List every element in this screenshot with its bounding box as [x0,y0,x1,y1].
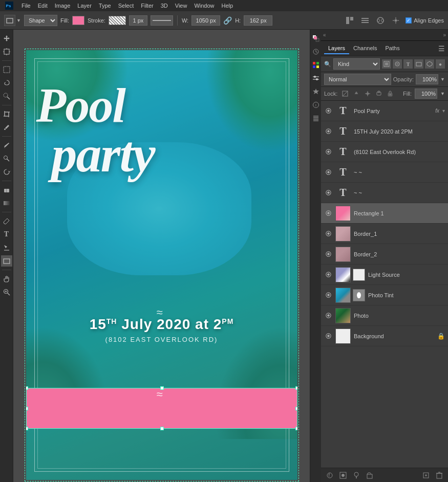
layer-item-photo[interactable]: Photo [321,305,448,326]
layer-item-border2[interactable]: Border_2 [321,244,448,265]
quick-selection-tool[interactable] [1,91,12,102]
layer-item-rectangle1[interactable]: Rectangle 1 [321,203,448,224]
canvas-area[interactable]: Pool party ≈ 15TH July 2020 at 2PM (8102… [13,30,310,482]
new-layer-button[interactable] [421,471,431,480]
layer-fx-arrow-pool-party[interactable]: ▾ [442,108,445,114]
gradient-tool[interactable] [1,198,12,209]
lock-transparent-icon[interactable] [340,89,350,98]
layer-visibility-tilde2[interactable] [324,189,332,197]
height-input[interactable] [244,15,272,26]
layer-visibility-light-source[interactable] [324,271,332,279]
move-tool[interactable] [1,33,12,44]
settings-gear-icon[interactable] [390,15,401,26]
stroke-style-dropdown[interactable] [151,15,173,26]
filter-text-icon[interactable]: T [403,59,413,69]
opacity-input[interactable] [416,74,438,84]
history-tool[interactable] [1,166,12,178]
add-layer-style-button[interactable]: f [325,471,334,480]
expand-right-icon[interactable]: » [443,32,446,38]
clone-tool[interactable] [1,153,12,164]
lock-all-icon[interactable] [386,89,395,98]
zoom-tool[interactable] [1,287,12,298]
menu-filter[interactable]: Filter [138,2,156,10]
swatches-icon[interactable] [311,60,321,70]
lock-pixels-icon[interactable] [352,89,361,98]
tab-layers[interactable]: Layers [324,43,349,54]
menu-help[interactable]: Help [219,2,237,10]
align-edges-checkbox[interactable] [406,17,412,24]
adjustments-icon[interactable] [311,74,321,83]
info-icon[interactable]: i [311,100,321,109]
fill-color-swatch[interactable] [72,16,84,25]
filter-adjustment-icon[interactable] [393,59,402,69]
add-mask-button[interactable] [338,471,348,480]
color-icon[interactable] [311,34,321,43]
filter-pixel-icon[interactable] [382,59,391,69]
fill-percentage-input[interactable] [415,89,437,99]
shape-dropdown-arrow[interactable]: ▼ [16,18,21,23]
layer-item-photo-tint[interactable]: Photo Tint [321,285,448,305]
menu-file[interactable]: File [18,2,34,10]
pen-tool[interactable] [1,215,12,227]
eyedropper-tool[interactable] [1,122,12,133]
layer-item-border1[interactable]: Border_1 [321,224,448,244]
brush-tool[interactable] [1,140,12,151]
styles-icon[interactable] [311,87,321,96]
layer-visibility-pool-party[interactable] [324,107,332,115]
lock-artboards-icon[interactable] [374,89,383,98]
layer-visibility-photo[interactable] [324,312,332,320]
layer-item-tilde2[interactable]: T ~ ~ [321,183,448,203]
opacity-dropdown-arrow[interactable]: ▼ [440,77,445,82]
menu-3d[interactable]: 3D [158,2,171,10]
width-input[interactable] [191,15,220,26]
path-selection-tool[interactable] [1,242,12,253]
shape-tool[interactable] [1,255,12,267]
layer-visibility-rectangle1[interactable] [324,209,332,217]
menu-edit[interactable]: Edit [35,2,51,10]
new-group-button[interactable] [365,471,374,480]
delete-layer-button[interactable] [435,471,444,480]
crop-tool[interactable] [1,108,12,120]
lock-position-icon[interactable] [363,89,372,98]
history-icon[interactable] [311,47,321,56]
layer-visibility-tilde1[interactable] [324,168,332,177]
stroke-style-swatch[interactable] [109,16,126,25]
layer-item-address[interactable]: T (8102 East Overlook Rd) [321,142,448,162]
layer-item-background[interactable]: Background 🔒 [321,326,448,346]
menu-type[interactable]: Type [96,2,114,10]
layer-visibility-address[interactable] [324,148,332,156]
new-adjustment-button[interactable] [352,471,361,480]
menu-window[interactable]: Window [191,2,217,10]
panel-icon-1[interactable] [344,15,355,26]
channels-panel-icon[interactable] [311,114,321,123]
hand-tool[interactable] [1,273,12,284]
layer-visibility-border2[interactable] [324,250,332,258]
panel-icon-3[interactable] [375,15,386,26]
layer-item-tilde1[interactable]: T ~ ~ [321,162,448,183]
artboard-tool[interactable] [1,46,12,57]
blend-mode-dropdown[interactable]: Normal [324,74,391,85]
menu-view[interactable]: View [172,2,190,10]
panel-menu-button[interactable]: ☰ [438,45,445,53]
tab-paths[interactable]: Paths [381,43,404,54]
eraser-tool[interactable] [1,184,12,195]
layer-visibility-date[interactable] [324,127,332,136]
layer-visibility-photo-tint[interactable] [324,291,332,299]
filter-shape-icon[interactable] [414,59,423,69]
menu-image[interactable]: Image [52,2,74,10]
menu-select[interactable]: Select [115,2,137,10]
tab-channels[interactable]: Channels [349,43,381,54]
filter-type-dropdown[interactable]: Kind [333,58,380,70]
marquee-tool[interactable] [1,64,12,75]
fill-dropdown-arrow[interactable]: ▼ [440,91,445,96]
layer-item-light-source[interactable]: Light Source [321,265,448,285]
type-tool[interactable]: T [1,229,12,240]
menu-layer[interactable]: Layer [74,2,95,10]
filter-toggle-icon[interactable]: ● [436,59,445,69]
layer-item-pool-party[interactable]: T Pool Party fx ▾ [321,101,448,121]
lasso-tool[interactable] [1,77,12,89]
shape-type-select[interactable]: Shape [24,15,57,26]
stroke-size-input[interactable] [129,15,147,26]
layer-item-date[interactable]: T 15TH July 2020 at 2PM [321,121,448,142]
link-proportions-icon[interactable]: 🔗 [223,16,232,25]
